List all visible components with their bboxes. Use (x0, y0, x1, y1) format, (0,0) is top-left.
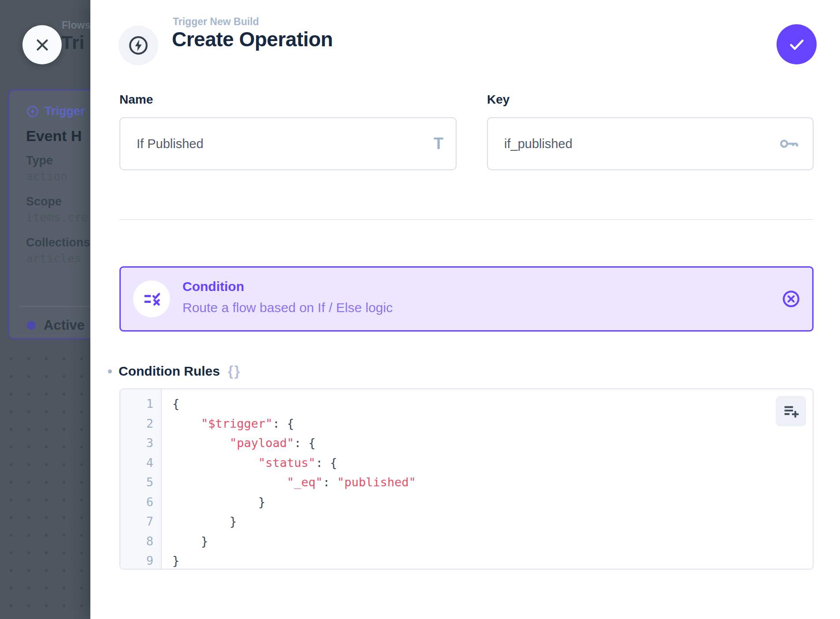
code-punctuation-token (172, 436, 230, 450)
page-title: Tri (61, 32, 85, 53)
line-number: 1 (120, 394, 161, 414)
code-punctuation-token (172, 417, 201, 430)
line-number: 2 (120, 414, 161, 434)
panel-field-value: articles (26, 251, 90, 266)
code-line[interactable]: } (163, 492, 813, 512)
code-line[interactable]: "status": { (163, 453, 813, 473)
title-icon: T (434, 134, 443, 153)
name-label: Name (119, 93, 457, 108)
bolt-circle-icon (128, 35, 149, 56)
drawer-breadcrumb: Trigger New Build (173, 16, 259, 28)
trigger-panel-title: Event H (26, 127, 82, 145)
code-punctuation-token: } (172, 534, 208, 548)
rule-icon (141, 289, 162, 309)
close-icon (33, 36, 52, 54)
status-label: Active (44, 317, 85, 333)
condition-subtitle: Route a flow based on If / Else logic (182, 300, 393, 315)
panel-field-label: Collections (26, 235, 90, 250)
trigger-panel-header: Trigger (26, 104, 85, 118)
code-punctuation-token: : (323, 475, 337, 489)
workspace-dot-grid (0, 347, 90, 619)
code-string-token: "$trigger" (201, 417, 273, 430)
code-line[interactable]: } (163, 551, 813, 570)
code-gutter: 123456789 (120, 389, 162, 569)
code-punctuation-token: : { (316, 456, 337, 470)
code-line[interactable]: "payload": { (163, 433, 813, 453)
panel-field-label: Type (26, 153, 90, 168)
code-punctuation-token: } (172, 554, 179, 567)
code-lines[interactable]: { "$trigger": { "payload": { "status": {… (163, 394, 813, 569)
breadcrumb: Flows (62, 19, 90, 31)
close-button[interactable] (22, 25, 62, 64)
edited-dot-icon (108, 369, 112, 373)
condition-icon-circle (133, 280, 170, 317)
panel-divider (19, 306, 90, 307)
section-divider (119, 219, 814, 220)
trigger-panel-header-label: Trigger (45, 104, 85, 118)
name-input[interactable]: If Published T (119, 117, 457, 170)
line-number: 7 (120, 512, 161, 532)
panel-field-value: items.cre (26, 210, 90, 225)
code-punctuation-token: : { (273, 417, 294, 430)
key-label: Key (487, 93, 814, 108)
code-line[interactable]: } (163, 532, 813, 552)
code-line[interactable]: { (163, 394, 813, 414)
code-string-token: "payload" (230, 436, 294, 450)
line-number: 4 (120, 453, 161, 473)
code-string-token: "_eq" (287, 475, 323, 489)
panel-field: Collectionsarticles (26, 235, 90, 266)
operation-header-icon-circle (119, 26, 158, 65)
code-punctuation-token: : { (294, 436, 316, 450)
panel-field: Scopeitems.cre (26, 194, 90, 225)
code-line[interactable]: } (163, 512, 813, 532)
panel-field-label: Scope (26, 194, 90, 209)
status-badge[interactable]: Active (27, 317, 90, 333)
line-number: 6 (120, 492, 161, 512)
line-number: 9 (120, 551, 161, 570)
code-punctuation-token: { (172, 397, 179, 410)
code-string-token: "status" (258, 456, 316, 470)
line-number: 3 (120, 433, 161, 453)
name-value: If Published (137, 137, 204, 151)
panel-field: Typeaction (26, 153, 90, 184)
condition-rules-label: Condition Rules (119, 364, 220, 379)
key-value: if_published (504, 137, 572, 151)
line-number: 8 (120, 532, 161, 552)
screen: Flows Tri Trigger Event H TypeactionScop… (0, 0, 840, 619)
circle-dot-icon (27, 321, 36, 330)
trigger-panel-card[interactable]: Trigger Event H TypeactionScopeitems.cre… (8, 89, 90, 339)
code-punctuation-token: } (172, 495, 265, 509)
remove-condition-button[interactable] (781, 288, 802, 310)
key-field-group: Key if_published (487, 93, 814, 170)
panel-fields: TypeactionScopeitems.creCollectionsartic… (26, 153, 90, 276)
drawer-title: Create Operation (172, 27, 333, 51)
create-operation-drawer: Trigger New Build Create Operation Name … (90, 0, 840, 619)
condition-operation-card[interactable]: Condition Route a flow based on If / Els… (119, 266, 814, 332)
panel-field-value: action (26, 169, 90, 184)
condition-rules-row: Condition Rules {} (108, 362, 241, 381)
key-icon (777, 132, 800, 155)
line-number: 5 (120, 473, 161, 492)
cancel-circle-icon (781, 289, 801, 309)
flows-page-backdrop: Flows Tri Trigger Event H TypeactionScop… (0, 0, 90, 619)
code-punctuation-token (172, 456, 258, 470)
bolt-circle-icon (26, 105, 39, 118)
key-input[interactable]: if_published (487, 117, 814, 170)
code-line[interactable]: "_eq": "published" (163, 473, 813, 492)
code-line[interactable]: "$trigger": { (163, 414, 813, 434)
check-icon (787, 34, 807, 55)
template-insert-button[interactable] (776, 396, 806, 426)
save-button[interactable] (777, 24, 817, 64)
code-string-token: "published" (337, 475, 416, 489)
code-punctuation-token: } (172, 515, 237, 528)
curly-braces-icon: {} (228, 363, 241, 379)
name-field-group: Name If Published T (119, 93, 457, 170)
condition-rules-code-editor[interactable]: 123456789 { "$trigger": { "payload": { "… (119, 388, 814, 570)
playlist-add-icon (782, 402, 800, 421)
condition-title: Condition (182, 279, 244, 294)
code-punctuation-token (172, 475, 287, 489)
